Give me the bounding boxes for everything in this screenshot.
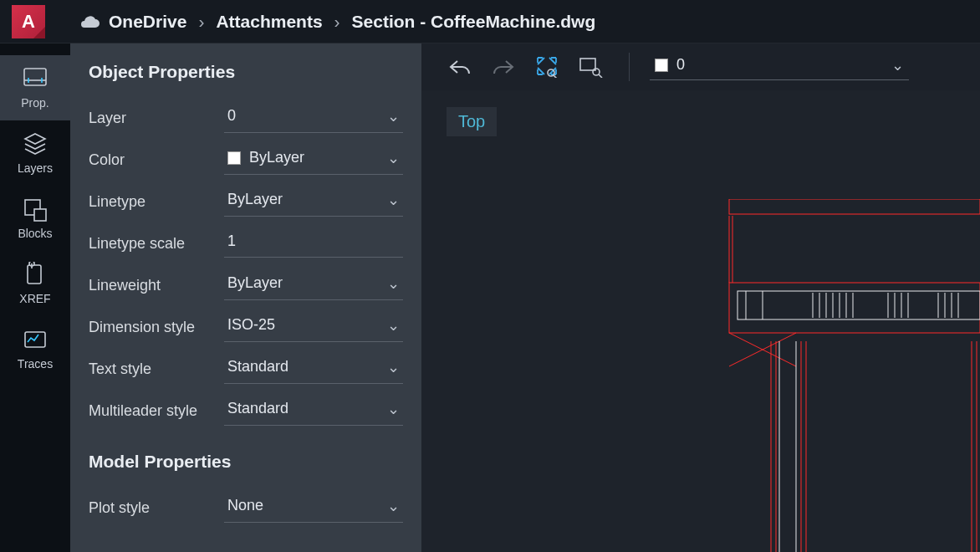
viewport[interactable]: Top xyxy=(421,90,980,552)
prop-plotstyle-dropdown[interactable]: None ⌄ xyxy=(224,493,403,523)
prop-label: Dimension style xyxy=(89,319,224,336)
breadcrumb-cloud[interactable]: OneDrive xyxy=(109,12,186,32)
zoom-extents-icon xyxy=(534,56,559,78)
sidebar-item-traces[interactable]: Traces xyxy=(0,316,70,381)
xref-icon xyxy=(21,262,49,287)
prop-label: Lineweight xyxy=(89,277,224,294)
properties-panel: Object Properties Layer 0 ⌄ Color ByLaye… xyxy=(70,43,421,552)
blocks-icon xyxy=(21,197,49,222)
prop-row-linetype: Linetype ByLayer ⌄ xyxy=(89,181,403,222)
breadcrumb-folder[interactable]: Attachments xyxy=(216,12,322,32)
prop-row-dimension-style: Dimension style ISO-25 ⌄ xyxy=(89,306,403,348)
canvas-layer-dropdown[interactable]: 0 ⌄ xyxy=(650,54,909,80)
cloud-icon xyxy=(79,14,100,29)
prop-row-multileader-style: Multileader style Standard ⌄ xyxy=(89,390,403,432)
undo-button[interactable] xyxy=(442,50,478,84)
prop-row-plot-style: Plot style None ⌄ xyxy=(89,487,403,529)
prop-dimensionstyle-dropdown[interactable]: ISO-25 ⌄ xyxy=(224,313,403,342)
app-logo[interactable]: A xyxy=(12,5,45,38)
sidebar-label: XREF xyxy=(19,292,50,305)
prop-value: ByLayer xyxy=(249,149,304,166)
breadcrumb: OneDrive › Attachments › Section - Coffe… xyxy=(79,12,595,32)
chevron-down-icon: ⌄ xyxy=(387,149,400,167)
svg-rect-5 xyxy=(34,209,46,221)
prop-value: ISO-25 xyxy=(227,316,275,334)
breadcrumb-file[interactable]: Section - CoffeeMachine.dwg xyxy=(352,12,596,32)
redo-icon xyxy=(491,58,516,76)
prop-linetype-scale-input[interactable]: 1 xyxy=(224,229,403,258)
prop-row-color: Color ByLayer ⌄ xyxy=(89,139,403,181)
prop-value: 0 xyxy=(227,107,236,125)
canvas-area: 0 ⌄ Top xyxy=(421,43,980,552)
prop-textstyle-dropdown[interactable]: Standard ⌄ xyxy=(224,355,403,384)
prop-lineweight-dropdown[interactable]: ByLayer ⌄ xyxy=(224,271,403,300)
topbar: A OneDrive › Attachments › Section - Cof… xyxy=(0,0,980,43)
prop-row-lineweight: Lineweight ByLayer ⌄ xyxy=(89,264,403,306)
chevron-down-icon: ⌄ xyxy=(891,56,904,74)
redo-button[interactable] xyxy=(485,50,522,84)
svg-rect-0 xyxy=(24,69,46,85)
sidebar-label: Blocks xyxy=(18,227,52,240)
chevron-down-icon: ⌄ xyxy=(387,316,400,335)
section-title-object: Object Properties xyxy=(89,62,403,82)
prop-value: Standard xyxy=(227,358,288,376)
prop-value: ByLayer xyxy=(227,274,283,292)
canvas-layer-value: 0 xyxy=(676,56,685,74)
sidebar-label: Prop. xyxy=(21,96,48,110)
app-logo-letter: A xyxy=(22,11,35,33)
color-swatch-icon xyxy=(655,59,668,72)
section-title-model: Model Properties xyxy=(89,452,403,472)
prop-layer-dropdown[interactable]: 0 ⌄ xyxy=(224,104,403,133)
svg-rect-11 xyxy=(729,199,980,214)
prop-color-dropdown[interactable]: ByLayer ⌄ xyxy=(224,146,403,175)
prop-label: Layer xyxy=(89,110,224,127)
prop-label: Linetype scale xyxy=(89,235,224,253)
toolbar-divider xyxy=(629,53,630,81)
zoom-window-button[interactable] xyxy=(572,50,609,84)
chevron-down-icon: ⌄ xyxy=(387,497,400,515)
sidebar: Prop. Layers Blocks xyxy=(0,43,70,552)
properties-icon xyxy=(21,66,49,91)
chevron-down-icon: ⌄ xyxy=(387,274,400,293)
layers-icon xyxy=(21,131,49,156)
sidebar-item-prop[interactable]: Prop. xyxy=(0,55,70,120)
prop-label: Multileader style xyxy=(89,402,224,420)
chevron-down-icon: ⌄ xyxy=(387,400,400,418)
prop-value: 1 xyxy=(227,233,236,250)
sidebar-item-xref[interactable]: XREF xyxy=(0,251,70,316)
sidebar-item-layers[interactable]: Layers xyxy=(0,120,70,186)
canvas-toolbar: 0 ⌄ xyxy=(421,43,980,90)
drawing-preview xyxy=(721,199,980,552)
color-swatch-icon xyxy=(227,151,241,165)
view-label[interactable]: Top xyxy=(447,107,497,136)
svg-rect-23 xyxy=(738,291,980,319)
prop-row-layer: Layer 0 ⌄ xyxy=(89,97,403,139)
prop-row-linetype-scale: Linetype scale 1 xyxy=(89,222,403,264)
prop-row-text-style: Text style Standard ⌄ xyxy=(89,348,403,390)
chevron-right-icon: › xyxy=(198,12,204,32)
sidebar-label: Traces xyxy=(18,357,53,371)
prop-label: Text style xyxy=(89,360,224,378)
sidebar-item-blocks[interactable]: Blocks xyxy=(0,186,70,251)
chevron-down-icon: ⌄ xyxy=(387,107,400,125)
prop-linetype-dropdown[interactable]: ByLayer ⌄ xyxy=(224,187,403,217)
svg-rect-12 xyxy=(729,283,980,333)
chevron-down-icon: ⌄ xyxy=(387,191,400,209)
undo-icon xyxy=(447,58,472,76)
prop-label: Color xyxy=(89,151,224,169)
prop-multileader-dropdown[interactable]: Standard ⌄ xyxy=(224,396,403,426)
traces-icon xyxy=(21,327,49,352)
prop-value: ByLayer xyxy=(227,191,283,208)
sidebar-label: Layers xyxy=(18,161,53,175)
zoom-extents-button[interactable] xyxy=(528,50,565,84)
chevron-down-icon: ⌄ xyxy=(387,358,400,376)
zoom-window-icon xyxy=(578,56,603,78)
prop-label: Linetype xyxy=(89,193,224,211)
chevron-right-icon: › xyxy=(334,12,340,32)
prop-value: None xyxy=(227,497,263,514)
prop-value: Standard xyxy=(227,400,288,417)
svg-rect-9 xyxy=(580,59,595,70)
prop-label: Plot style xyxy=(89,499,224,517)
svg-point-10 xyxy=(593,69,600,75)
